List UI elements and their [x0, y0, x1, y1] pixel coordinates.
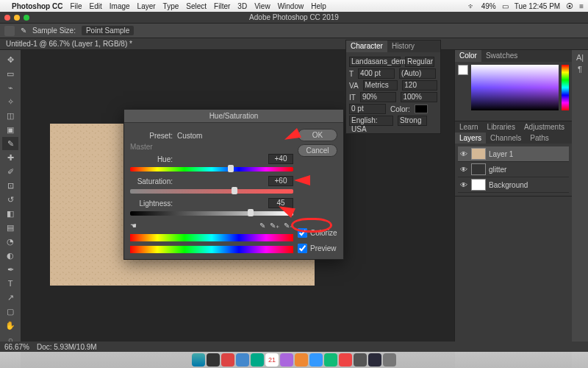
hscale-input[interactable]: 100%: [401, 92, 437, 102]
menu-image[interactable]: Image: [110, 2, 130, 10]
aa-select[interactable]: Strong: [398, 116, 427, 126]
heal-tool[interactable]: ✚: [2, 151, 18, 164]
kerning-input[interactable]: 120: [402, 80, 437, 91]
dock-app-icon[interactable]: [339, 353, 352, 367]
clock[interactable]: Tue 12:45 PM: [514, 2, 560, 10]
gradient-tool[interactable]: ▤: [2, 221, 18, 234]
launchpad-icon[interactable]: [207, 353, 220, 367]
menu-help[interactable]: Help: [311, 2, 326, 10]
para-panel-icon[interactable]: ¶: [578, 65, 582, 74]
pen-tool[interactable]: ✒: [2, 263, 18, 276]
menu-window[interactable]: Window: [278, 2, 304, 10]
fg-swatch[interactable]: [458, 65, 468, 75]
ok-button[interactable]: OK: [298, 129, 337, 141]
leading-input[interactable]: (Auto): [399, 68, 436, 79]
vscale-input[interactable]: 90%: [360, 92, 397, 102]
wand-tool[interactable]: ✧: [2, 95, 18, 108]
color-tab[interactable]: Color: [455, 50, 481, 62]
path-tool[interactable]: ↗: [2, 291, 18, 304]
calendar-icon[interactable]: 21: [265, 353, 279, 367]
eyedropper-icon[interactable]: ✎: [21, 26, 26, 35]
menu-filter[interactable]: Filter: [214, 2, 230, 10]
menu-file[interactable]: File: [70, 2, 82, 10]
lang-select[interactable]: English: USA: [349, 116, 393, 126]
dock-app-icon[interactable]: [236, 353, 249, 367]
channels-tab[interactable]: Channels: [486, 132, 526, 144]
menubar-app[interactable]: Photoshop CC: [12, 2, 62, 10]
finger-icon[interactable]: ☚: [130, 222, 137, 230]
menu-edit[interactable]: Edit: [90, 2, 102, 10]
visibility-icon[interactable]: 👁: [459, 166, 468, 174]
stamp-tool[interactable]: ⊡: [2, 179, 18, 192]
home-icon[interactable]: [4, 26, 15, 36]
wifi-icon[interactable]: ᯤ: [468, 2, 476, 10]
color-picker[interactable]: [471, 65, 559, 110]
paths-tab[interactable]: Paths: [526, 132, 553, 144]
menu-view[interactable]: View: [254, 2, 270, 10]
zoom-level[interactable]: 66.67%: [4, 343, 29, 351]
sample-size-select[interactable]: Point Sample: [82, 26, 134, 35]
document-tab[interactable]: Untitled-1 @ 66.7% (Layer 1, RGB/8) *: [6, 40, 132, 48]
blur-tool[interactable]: ◔: [2, 235, 18, 248]
char-panel-icon[interactable]: A|: [576, 53, 584, 62]
history-tab[interactable]: History: [387, 40, 419, 52]
move-tool[interactable]: ✥: [2, 53, 18, 66]
layer-name[interactable]: Layer 1: [489, 150, 513, 158]
eyedrop-icon[interactable]: ✎: [259, 222, 265, 230]
frame-tool[interactable]: ▣: [2, 123, 18, 136]
dock-app-icon[interactable]: [324, 353, 337, 367]
lasso-tool[interactable]: ⌁: [2, 81, 18, 94]
eyedrop-plus-icon[interactable]: ✎₊: [270, 222, 279, 230]
minimize-button[interactable]: [14, 15, 20, 21]
dock-app-icon[interactable]: [354, 353, 367, 367]
menu-layer[interactable]: Layer: [137, 2, 156, 10]
adjustments-tab[interactable]: Adjustments: [520, 121, 569, 132]
type-tool[interactable]: T: [2, 277, 18, 290]
eraser-tool[interactable]: ◧: [2, 207, 18, 220]
saturation-input[interactable]: +60: [268, 176, 293, 186]
font-select[interactable]: Landasans_demo05: [349, 57, 401, 67]
history-brush-tool[interactable]: ↺: [2, 193, 18, 206]
lightness-slider[interactable]: [130, 211, 293, 216]
libraries-tab[interactable]: Libraries: [483, 121, 520, 132]
baseline-input[interactable]: 0 pt: [349, 104, 386, 114]
size-input[interactable]: 400 pt: [358, 68, 395, 79]
layer-row[interactable]: 👁 glitter: [458, 162, 569, 177]
text-color-swatch[interactable]: [415, 105, 428, 113]
finder-icon[interactable]: [192, 353, 205, 367]
notif-icon[interactable]: ≡: [579, 2, 584, 10]
visibility-icon[interactable]: 👁: [459, 150, 468, 158]
preset-select[interactable]: Custom: [177, 132, 293, 140]
zoom-button[interactable]: [24, 15, 29, 21]
layer-row[interactable]: 👁 Background: [458, 177, 569, 193]
spotlight-icon[interactable]: ⦿: [566, 2, 573, 10]
layer-name[interactable]: glitter: [489, 166, 506, 174]
menu-type[interactable]: Type: [163, 2, 179, 10]
dock-app-icon[interactable]: [280, 353, 293, 367]
close-button[interactable]: [4, 15, 10, 21]
photoshop-dock-icon[interactable]: [368, 353, 381, 367]
master-select[interactable]: Master: [130, 143, 182, 151]
hand-tool[interactable]: ✋: [2, 319, 18, 332]
layer-row[interactable]: 👁 Layer 1: [458, 146, 569, 162]
menu-3d[interactable]: 3D: [237, 2, 247, 10]
crop-tool[interactable]: ◫: [2, 109, 18, 122]
eyedropper-tool[interactable]: ✎: [2, 137, 18, 150]
dock-app-icon[interactable]: [251, 353, 264, 367]
hue-slider[interactable]: [130, 167, 293, 171]
dock-app-icon[interactable]: [295, 353, 308, 367]
dock-app-icon[interactable]: [221, 353, 234, 367]
character-tab[interactable]: Character: [346, 40, 387, 52]
hue-strip[interactable]: [562, 65, 569, 110]
brush-tool[interactable]: ✐: [2, 165, 18, 178]
hue-input[interactable]: +40: [268, 154, 293, 164]
preview-checkbox[interactable]: [298, 244, 307, 253]
marquee-tool[interactable]: ▭: [2, 67, 18, 80]
dodge-tool[interactable]: ◐: [2, 249, 18, 262]
layers-tab[interactable]: Layers: [455, 132, 486, 144]
menu-select[interactable]: Select: [186, 2, 207, 10]
swatches-tab[interactable]: Swatches: [481, 50, 522, 62]
trash-icon[interactable]: [383, 353, 396, 367]
tracking-input[interactable]: Metrics: [363, 80, 398, 91]
shape-tool[interactable]: ▢: [2, 305, 18, 318]
